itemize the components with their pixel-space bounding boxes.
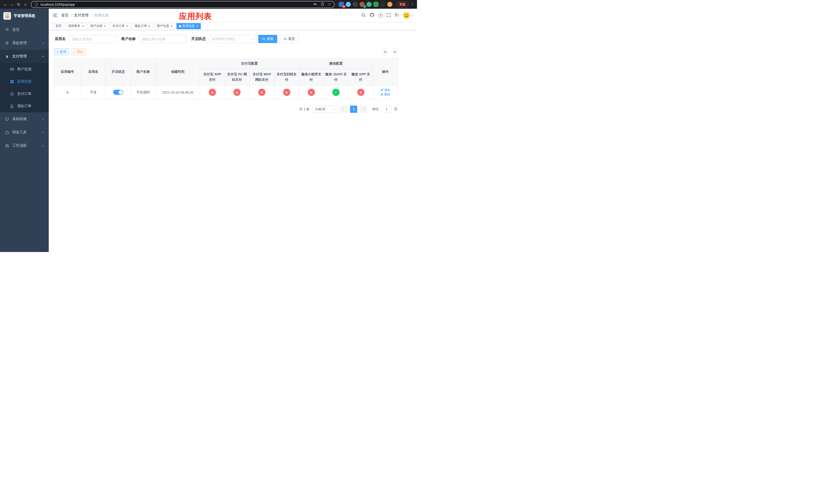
next-page-button[interactable]	[360, 106, 367, 113]
table-toolbar: + 新增 ↓ 导出 ↻	[54, 48, 412, 55]
forward-icon[interactable]: →	[9, 1, 15, 8]
sidebar-item-pay[interactable]: ¥ 支付管理	[0, 50, 49, 63]
chevron-down-icon	[42, 144, 44, 146]
wechat-app-status-icon	[357, 89, 365, 96]
extension-badge: 1	[363, 5, 366, 8]
extension-icon-1[interactable]: 10	[339, 2, 344, 7]
column-header-wx-jsapi: 微信 JSAPI 支付	[324, 69, 349, 85]
site-info-icon[interactable]: i	[35, 3, 38, 6]
alipay-pc-status-icon	[233, 89, 241, 96]
delete-button[interactable]: 删除	[380, 92, 390, 97]
close-icon[interactable]: ×	[171, 24, 173, 28]
chevron-down-icon	[42, 42, 44, 44]
browser-menu-icon[interactable]: ⋮	[410, 2, 415, 7]
font-size-icon[interactable]: TT	[395, 13, 399, 18]
app-table: 应用编号 应用名 开启状态 商户名称 创建时间 支付宝配置 微信配置 操作 支付…	[54, 59, 398, 99]
merchant-name-label: 商户名称	[121, 37, 136, 41]
sidebar-toggle-icon[interactable]	[53, 13, 58, 18]
sidebar-item-infra[interactable]: 基础设施	[0, 112, 49, 125]
search-button[interactable]: 搜索	[258, 35, 277, 43]
column-header-alipay-pc: 支付宝 PC 网站支付	[225, 69, 249, 85]
back-icon[interactable]: ←	[2, 1, 9, 8]
goto-label: 前往	[372, 107, 379, 112]
url-text: localhost:1024/pay/app	[41, 3, 311, 6]
url-bar[interactable]: i localhost:1024/pay/app ☆	[31, 1, 335, 8]
extension-icon-8[interactable]	[387, 2, 392, 7]
sidebar-item-pay-order[interactable]: ¥ 支付订单	[0, 88, 49, 100]
fullscreen-icon[interactable]	[387, 13, 391, 18]
cell-app-name: 芋道	[81, 85, 106, 99]
add-button[interactable]: + 新增	[54, 48, 69, 55]
extension-icon-4[interactable]: 1	[359, 2, 365, 7]
breadcrumb-home[interactable]: 首页	[61, 13, 68, 18]
reset-button[interactable]: ↻ 重置	[280, 35, 299, 43]
browser-update-button[interactable]: 更新	[396, 1, 409, 7]
extension-icon-6[interactable]	[373, 2, 378, 7]
tab-process-form[interactable]: 流程表单×	[65, 23, 86, 29]
user-avatar[interactable]	[403, 12, 413, 19]
extension-icon-3[interactable]	[353, 2, 358, 7]
goto-page-input[interactable]	[381, 106, 392, 113]
page-size-select[interactable]: 10条/页	[312, 106, 338, 113]
dashboard-icon	[5, 28, 9, 32]
tab-bar: 首页 流程表单× 用户分组× 支付订单× 退款订单× 商户信息× 应用信息×	[49, 22, 417, 30]
column-group-wechat: 微信配置	[299, 59, 373, 69]
tab-home[interactable]: 首页	[53, 23, 64, 29]
browser-home-icon[interactable]: ⌂	[22, 1, 29, 8]
sidebar-item-merchant-info[interactable]: 商户信息	[0, 63, 49, 75]
close-icon[interactable]: ×	[126, 24, 128, 28]
password-key-icon[interactable]	[313, 2, 317, 7]
merchant-name-input[interactable]	[139, 35, 186, 43]
chevron-up-icon	[42, 55, 44, 58]
filter-form: 应用名 商户名称 开启状态 请选择开启状态 搜索	[55, 35, 412, 43]
sidebar-item-refund-order[interactable]: 退款订单	[0, 100, 49, 112]
toggle-search-button[interactable]	[381, 48, 389, 55]
sidebar-item-devtools[interactable]: 研发工具	[0, 125, 49, 139]
chevron-down-icon	[42, 131, 44, 133]
tab-refund-order[interactable]: 退款订单×	[132, 23, 153, 29]
alipay-wap-status-icon	[258, 89, 265, 96]
refresh-table-button[interactable]: ↻	[391, 48, 398, 55]
document-icon	[10, 104, 14, 108]
reload-icon[interactable]: ↻	[15, 1, 22, 8]
sidebar-item-home[interactable]: 首页	[0, 23, 49, 37]
bookmark-star-icon[interactable]: ☆	[328, 2, 331, 7]
chevron-down-icon	[411, 14, 413, 16]
alipay-qr-status-icon	[283, 89, 290, 96]
export-button[interactable]: ↓ 导出	[71, 48, 86, 55]
extension-icon-2[interactable]	[346, 2, 351, 7]
column-header-merchant: 商户名称	[131, 59, 156, 85]
sidebar-item-app-info[interactable]: 应用信息	[0, 75, 49, 88]
column-header-wx-mini: 微信小程序支付	[299, 69, 324, 85]
prev-page-button[interactable]	[340, 106, 348, 113]
share-icon[interactable]	[321, 2, 324, 7]
tab-user-group[interactable]: 用户分组×	[88, 23, 109, 29]
app-logo[interactable]: 芋道管理系统	[0, 9, 49, 23]
tab-pay-order[interactable]: 支付订单×	[110, 23, 131, 29]
header-search-icon[interactable]	[361, 13, 366, 18]
github-icon[interactable]	[370, 13, 374, 18]
sidebar-item-workflow[interactable]: 工作流程	[0, 139, 49, 152]
tab-merchant-info[interactable]: 商户信息×	[154, 23, 175, 29]
edit-button[interactable]: 修改	[380, 88, 390, 92]
navbar-actions: ? TT	[361, 12, 413, 19]
close-icon[interactable]: ×	[104, 24, 106, 28]
status-select[interactable]: 请选择开启状态	[209, 35, 256, 43]
close-icon[interactable]: ×	[196, 24, 198, 28]
sidebar-item-system[interactable]: ⚙ 系统管理	[0, 37, 49, 50]
breadcrumb-pay[interactable]: 支付管理	[74, 13, 88, 18]
breadcrumb-current: 应用信息	[94, 13, 109, 18]
extension-icon-5[interactable]	[367, 2, 372, 7]
help-icon[interactable]: ?	[378, 13, 382, 18]
chevron-down-icon	[251, 38, 254, 40]
app-title: 芋道管理系统	[14, 14, 35, 18]
close-icon[interactable]: ×	[82, 24, 84, 28]
alipay-app-status-icon	[209, 89, 216, 96]
page-number-button[interactable]: 1	[350, 106, 357, 113]
close-icon[interactable]: ×	[149, 24, 151, 28]
status-toggle[interactable]	[113, 90, 123, 95]
app-name-input[interactable]	[69, 35, 116, 43]
extension-badge: 10	[342, 5, 346, 8]
extension-icon-7[interactable]	[380, 2, 386, 7]
tab-app-info[interactable]: 应用信息×	[176, 23, 201, 29]
